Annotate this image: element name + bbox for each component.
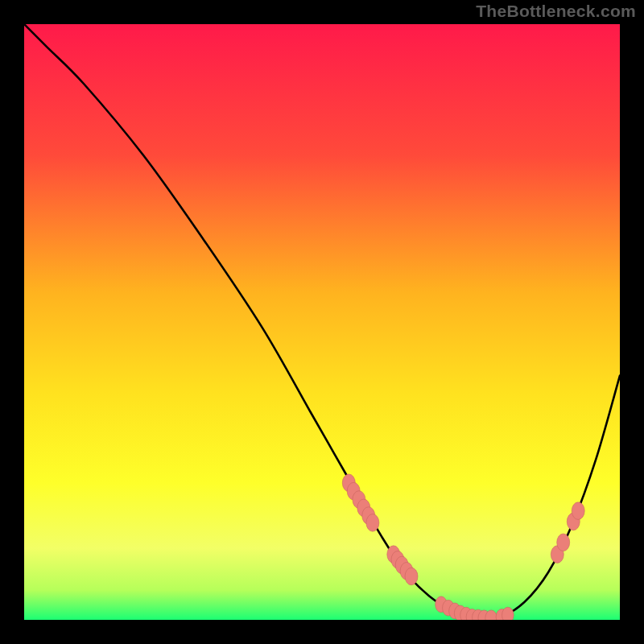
plot-svg [24, 24, 620, 620]
marker-point [557, 534, 570, 551]
marker-point [405, 568, 418, 585]
marker-point [502, 607, 514, 620]
plot-area [24, 24, 620, 620]
chart-container: TheBottleneck.com [0, 0, 644, 644]
marker-point [366, 514, 379, 532]
marker-point [572, 502, 584, 520]
gradient-background [24, 24, 620, 620]
attribution-text: TheBottleneck.com [476, 2, 636, 21]
